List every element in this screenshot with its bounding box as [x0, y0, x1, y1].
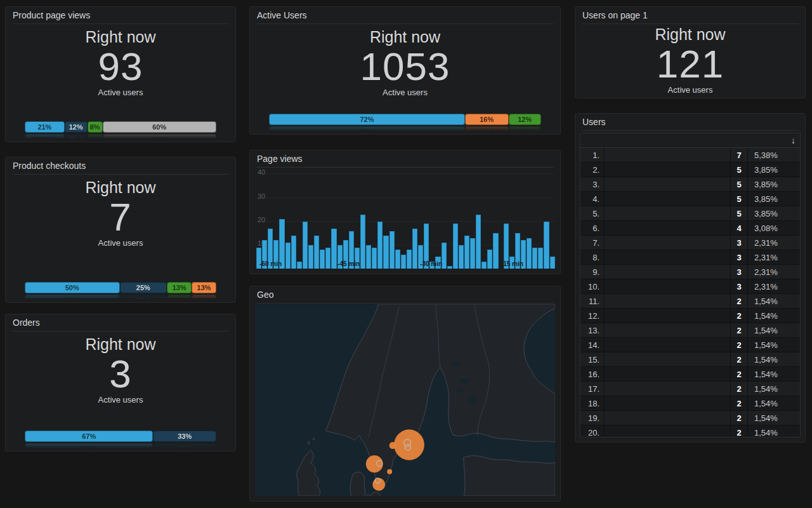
table-cell-name — [605, 323, 731, 337]
table-cell-name — [605, 206, 731, 220]
table-cell-name — [605, 425, 731, 438]
panel-users-table: Users ↓ 1.75,38%2.53,85%3.53,85%4.53,85%… — [575, 113, 806, 443]
bar-segment: 12% — [65, 121, 88, 133]
table-cell-pct: 2,31% — [748, 250, 800, 264]
stat-heading: Right now — [655, 25, 725, 44]
panel-title[interactable]: Orders — [12, 314, 229, 331]
users-table-rows: 1.75,38%2.53,85%3.53,85%4.53,85%5.53,85%… — [580, 148, 800, 438]
bar — [487, 250, 492, 269]
table-cell-idx: 10. — [580, 279, 605, 293]
table-cell-val: 2 — [731, 411, 748, 425]
geo-marker-circle — [366, 455, 383, 472]
bar — [412, 229, 417, 269]
table-cell-idx: 14. — [580, 338, 605, 352]
table-row: 12.21,54% — [580, 309, 800, 323]
panel-title[interactable]: Page views — [256, 150, 554, 168]
table-row: 15.21,54% — [580, 352, 800, 367]
table-cell-pct: 5,38% — [748, 148, 800, 162]
bar-segment: 60% — [103, 121, 216, 133]
table-cell-val: 3 — [731, 236, 748, 250]
table-row: 3.53,85% — [580, 177, 800, 192]
table-row: 11.21,54% — [580, 294, 800, 309]
table-cell-name — [605, 294, 731, 308]
geo-marker-circle — [372, 478, 385, 491]
geo-map-svg[interactable] — [255, 304, 555, 496]
table-row: 1.75,38% — [580, 148, 800, 163]
panel-page-views: Page views 10203040 -60 min-45 min-30 mi… — [249, 150, 561, 274]
table-cell-val: 2 — [731, 382, 748, 396]
panel-title[interactable]: Product checkouts — [12, 157, 229, 175]
bar — [360, 215, 365, 269]
table-cell-val: 5 — [731, 206, 748, 220]
bar — [377, 222, 383, 269]
bar — [366, 245, 371, 269]
table-cell-idx: 7. — [580, 236, 605, 250]
table-cell-idx: 5. — [580, 206, 605, 220]
table-cell-val: 3 — [731, 265, 748, 279]
panel-title[interactable]: Geo — [256, 286, 554, 304]
table-cell-val: 2 — [731, 367, 748, 381]
table-cell-pct: 1,54% — [748, 352, 800, 366]
table-row: 17.21,54% — [580, 382, 800, 396]
x-tick-label: -60 min — [259, 260, 282, 267]
table-row: 4.53,85% — [580, 192, 800, 206]
table-row: 10.32,31% — [580, 279, 800, 294]
geo-marker-circle — [387, 469, 392, 474]
geo-marker-circle — [390, 442, 396, 449]
x-tick-label: -30 min — [420, 260, 442, 267]
table-cell-idx: 19. — [580, 411, 605, 425]
table-cell-name — [605, 279, 731, 293]
table-cell-pct: 3,85% — [748, 206, 800, 220]
table-row: 6.43,08% — [580, 221, 800, 236]
stat-body: Right now 121 Active users — [575, 24, 805, 98]
table-cell-pct: 2,31% — [748, 265, 800, 279]
table-row: 13.21,54% — [580, 323, 800, 338]
table-cell-idx: 11. — [580, 294, 605, 308]
table-row: 7.32,31% — [580, 236, 800, 250]
table-cell-pct: 1,54% — [748, 425, 800, 438]
table-cell-name — [605, 148, 731, 162]
table-cell-val: 3 — [731, 250, 748, 264]
panel-geo: Geo — [249, 286, 561, 502]
table-row: 18.21,54% — [580, 396, 800, 411]
table-cell-val: 2 — [731, 352, 748, 366]
bar-segment: 13% — [167, 282, 192, 293]
table-cell-idx: 12. — [580, 309, 605, 323]
table-cell-val: 5 — [731, 177, 748, 191]
bar — [303, 222, 308, 269]
bar — [331, 229, 336, 269]
bar — [459, 245, 464, 269]
table-cell-name — [605, 411, 731, 425]
bar — [372, 248, 377, 269]
stat-value: 1053 — [360, 46, 450, 87]
bar — [481, 262, 487, 269]
table-row: 19.21,54% — [580, 411, 800, 425]
table-cell-idx: 8. — [580, 250, 605, 264]
bar — [532, 248, 537, 269]
table-row: 20.21,54% — [580, 425, 800, 438]
bar-segment: 12% — [509, 114, 541, 125]
panel-title[interactable]: Active Users — [256, 7, 554, 24]
panel-title[interactable]: Users — [582, 114, 799, 131]
bar-segment: 21% — [25, 121, 65, 133]
bar — [314, 236, 319, 269]
panel-title[interactable]: Users on page 1 — [582, 7, 799, 24]
bar — [383, 236, 388, 269]
stat-subtitle: Active users — [98, 88, 143, 97]
sort-descending-icon[interactable]: ↓ — [791, 133, 796, 147]
table-cell-name — [605, 192, 731, 206]
table-cell-name — [605, 265, 731, 279]
table-cell-pct: 1,54% — [748, 411, 800, 425]
panel-title[interactable]: Product page views — [12, 7, 229, 24]
bar — [550, 257, 555, 269]
table-cell-name — [605, 396, 731, 410]
stat-heading: Right now — [85, 28, 155, 46]
table-row: 9.32,31% — [580, 265, 800, 279]
table-cell-name — [605, 352, 731, 366]
stat-subtitle: Active users — [98, 395, 143, 404]
table-cell-name — [605, 309, 731, 323]
table-row: 2.53,85% — [580, 163, 800, 177]
geo-map[interactable] — [255, 304, 555, 496]
table-cell-pct: 1,54% — [748, 396, 800, 410]
stacked-percent-bar: 50%25%13%13% — [25, 282, 216, 293]
